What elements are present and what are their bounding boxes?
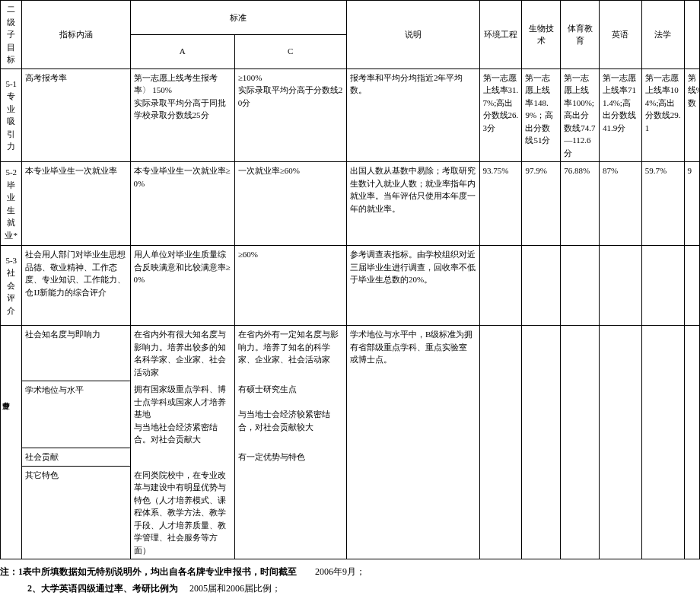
row-m5 (641, 246, 684, 326)
row-std-a: 本专业毕业生一次就业率≥0% (130, 162, 234, 246)
row-m1 (479, 326, 522, 559)
row-desc: 参考调查表指标。由学校组织对近三届毕业生进行调查，回收率不低于毕业生总数的20%… (346, 246, 479, 326)
row-meaning: 社会知名度与即响力 (22, 326, 130, 381)
row-m6: 9 (684, 162, 699, 246)
note-1-date: 2006年9月； (315, 566, 365, 577)
row-m1: 第一志愿上线率31.7%;高出分数线26.3分 (479, 69, 522, 162)
row-m6 (684, 326, 699, 559)
row-m2 (522, 246, 561, 326)
note-2: 2、大学英语四级通过率、考研比例为 (27, 583, 178, 594)
row-index: 5-1 专业吸引力 (1, 69, 22, 162)
row-m6: 第线%;数 (684, 69, 699, 162)
col-header-m4: 英语 (599, 1, 641, 69)
row-meaning: 学术地位与水平 (22, 381, 130, 448)
col-header-meaning: 指标内涵 (22, 1, 130, 69)
indicator-table: 二级子目标 指标内涵 标准 说明 环境工程 生物技术 体育教育 英语 法学 A … (0, 0, 700, 559)
note-2-detail: 2005届和2006届比例； (189, 583, 281, 594)
row-std-a: 用人单位对毕业生质量综合反映满意和比较满意率≥0% (130, 246, 234, 326)
row-m3 (561, 326, 600, 559)
col-header-m5: 法学 (641, 1, 684, 69)
col-header-standard: 标准 (130, 1, 346, 35)
col-header-std-a: A (130, 34, 234, 69)
row-std-a: 拥有国家级重点学科、博士点学科或国家人才培养基地 与当地社会经济紧密结合。对社会… (130, 381, 234, 448)
row-meaning: 高考报考率 (22, 69, 130, 162)
col-header-desc: 说明 (346, 1, 479, 69)
row-std-c: 一次就业率≥60% (234, 162, 346, 246)
row-std-a: 在省内外有很大知名度与影响力。培养出较多的知名科学家、企业家、社会活动家 (130, 326, 234, 381)
table-row: 社会知名度与即响力 在省内外有很大知名度与影响力。培养出较多的知名科学家、企业家… (1, 326, 700, 381)
row-m2: 第一志愿上线率148.9%；高出分数线51分 (522, 69, 561, 162)
row-m1 (479, 246, 522, 326)
row-std-c: ≥100% 实际录取平均分高于分数线20分 (234, 69, 346, 162)
row-meaning: 社会贡献 (22, 448, 130, 467)
row-std-c: ≥60% (234, 246, 346, 326)
col-header-index: 二级子目标 (1, 1, 22, 69)
row-m3: 76.88% (561, 162, 600, 246)
row-m5: 第一志愿上线率104%;高出分数线29.1 (641, 69, 684, 162)
row-m4: 87% (599, 162, 641, 246)
col-header-std-c: C (234, 34, 346, 69)
row-m5: 59.7% (641, 162, 684, 246)
row-m4 (599, 246, 641, 326)
row-meaning: 其它特色 (22, 467, 130, 559)
row-std-c: 有一定优势与特色 (234, 448, 346, 467)
row-std-a (130, 448, 234, 467)
row-m5 (641, 326, 684, 559)
row-m3 (561, 246, 600, 326)
row-desc: 出国人数从基数中易除；考取研究生数计入就业人数；就业率指年内就业率。当年评估只使… (346, 162, 479, 246)
row-m2: 97.9% (522, 162, 561, 246)
table-row: 5-2 毕业生就业* 本专业毕业生一次就业率 本专业毕业生一次就业率≥0% 一次… (1, 162, 700, 246)
row-desc: 报考率和平均分均指近2年平均数。 (346, 69, 479, 162)
row-std-a: 第一志愿上线考生报考率〉 150% 实际录取平均分高于同批学校录取分数线25分 (130, 69, 234, 162)
note-1: 注：1表中所填数据如无特别说明外，均出自各名牌专业申报书，时间截至 (0, 566, 297, 577)
row-meaning: 社会用人部门对毕业生思想品德、敬业精神、工作态度、专业知识、工作能力、仓IJ新能… (22, 246, 130, 326)
row-index: 5-3 社会评介 (1, 246, 22, 326)
col-header-m6 (684, 1, 699, 69)
table-row: 5-3 社会评介 社会用人部门对毕业生思想品德、敬业精神、工作态度、专业知识、工… (1, 246, 700, 326)
row-m3: 第一志愿上线率100%;高出分数线74.7 —112.6分 (561, 69, 600, 162)
row-meaning: 本专业毕业生一次就业率 (22, 162, 130, 246)
col-header-m1: 环境工程 (479, 1, 522, 69)
row-m4: 第一志愿上线率711.4%;高出分数线41.9分 (599, 69, 641, 162)
row-std-a: 在同类院校中，在专业改革与建设中有明显优势与特色（人才培养模式、课程体系、教学方… (130, 467, 234, 559)
table-row: 5-1 专业吸引力 高考报考率 第一志愿上线考生报考率〉 150% 实际录取平均… (1, 69, 700, 162)
col-header-m2: 生物技术 (522, 1, 561, 69)
row-desc: 学术地位与水平中，B级标准为拥有省部级重点学科、重点实验室 或博士点。 (346, 326, 479, 559)
footnotes: 注：1表中所填数据如无特别说明外，均出自各名牌专业申报书，时间截至 2006年9… (0, 564, 700, 599)
row-std-c (234, 467, 346, 559)
row-m6 (684, 246, 699, 326)
row-index (1, 326, 22, 559)
row-std-c: 在省内外有一定知名度与影响力。培养了知名的科学家、企业家、社会活动家 (234, 326, 346, 381)
col-header-m3: 体育教育 (561, 1, 600, 69)
row-m2 (522, 326, 561, 559)
row-m4 (599, 326, 641, 559)
row-std-c: 有硕士研究生点 与当地士会经济较紧密结合，对社会贡献较大 (234, 381, 346, 448)
row-m1: 93.75% (479, 162, 522, 246)
row-index: 5-2 毕业生就业* (1, 162, 22, 246)
